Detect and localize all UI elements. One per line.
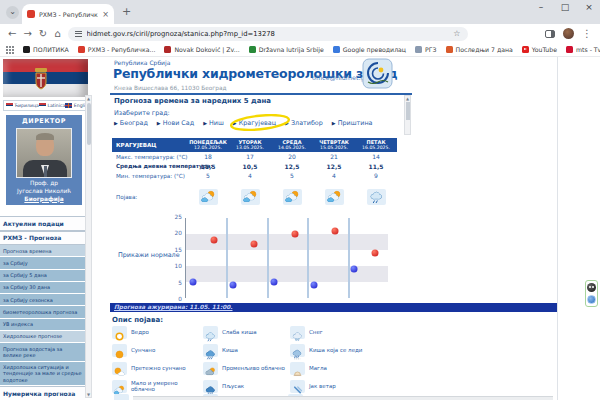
director-photo	[16, 128, 72, 178]
bookmark-item[interactable]: Novak Doković | Zv...	[164, 46, 239, 53]
scrollbar-thumb[interactable]	[87, 103, 91, 145]
sidebar-menu-item[interactable]: за Србију сезонска	[0, 294, 85, 306]
bookmark-item[interactable]: Последњи 7 дана	[446, 46, 513, 53]
sidebar-scrollbar[interactable]: ▲ ▼	[85, 95, 92, 398]
sidebar-menu-item[interactable]: Прогноза водостаја за велике реке	[0, 343, 85, 362]
city-link[interactable]: ▶ Приштина	[332, 119, 373, 127]
bookmark-favicon	[78, 46, 85, 53]
window-minimize-button[interactable]: –	[534, 2, 548, 12]
language-link[interactable]: Ћирилица	[6, 103, 39, 108]
bookmark-label: Novak Doković | Zv...	[174, 46, 239, 53]
tab-close-icon[interactable]: ×	[102, 10, 109, 19]
apps-grid-icon[interactable]	[6, 46, 14, 54]
sidebar-menu-item[interactable]: УВ индекса	[0, 319, 85, 331]
city-link[interactable]: ▶ Крагујевац	[233, 119, 276, 127]
sidebar-menu-item[interactable]: РХМЗ - Прогноза	[0, 231, 85, 246]
url-text[interactable]: hidmet.gov.rs/ciril/prognoza/stanica.php…	[87, 30, 449, 38]
sidebar-menu-item[interactable]: Актуелни подаци	[0, 216, 85, 231]
reload-icon[interactable]: ↻	[39, 29, 47, 39]
extension-dark-icon[interactable]	[587, 283, 596, 292]
avg-temp-value: 11,5	[355, 163, 397, 170]
city-link[interactable]: ▶ Нови Сад	[157, 119, 194, 127]
legend-item: Снег	[290, 325, 420, 340]
bookmark-item[interactable]: Google преводилац	[333, 46, 406, 53]
bookmark-favicon	[23, 46, 30, 53]
sidebar-menu-item[interactable]: Прогноза времена	[0, 245, 85, 257]
weather-icon	[112, 344, 127, 357]
city-arrow-icon: ▶	[285, 120, 289, 126]
back-icon[interactable]: ←	[8, 29, 16, 39]
weather-icon	[112, 380, 127, 393]
horizontal-scrollbar[interactable]	[133, 396, 553, 400]
extension-blue-icon[interactable]	[587, 295, 596, 304]
home-icon[interactable]: ⌂	[54, 29, 60, 39]
tab-title: РХМЗ - Републички Хидромет	[39, 11, 98, 18]
browser-menu-icon[interactable]: ⋮	[582, 29, 592, 39]
sidebar-menu-item[interactable]: за Србију	[0, 257, 85, 269]
header-frame-scrollbar[interactable]: ▲	[404, 95, 411, 135]
legend-label: Сунчано	[131, 347, 155, 353]
weather-icon	[203, 326, 218, 339]
extension-widget[interactable]	[585, 280, 598, 307]
sidebar-menu-item[interactable]: Нумеричка прогноза	[0, 386, 85, 400]
avg-temp-value: 10,5	[229, 163, 271, 170]
biography-link[interactable]: Биографија	[8, 196, 80, 202]
header-divider	[110, 93, 412, 95]
bookmark-favicon	[566, 46, 573, 53]
sidebar-menu: Актуелни подаци РХМЗ - Прогноза Прогноза…	[0, 216, 85, 400]
weather-icon	[112, 326, 127, 339]
legend-item: Јак ветар	[290, 379, 420, 394]
scroll-up-icon[interactable]: ▲	[86, 96, 91, 101]
side-panel-icon[interactable]	[545, 30, 555, 38]
window-close-button[interactable]: ×	[582, 2, 596, 12]
bookmark-item[interactable]: РХМЗ - Републичка...	[78, 46, 156, 53]
forecast-updated-bar: Прогноза ажурирана: 11.05. 11:00.	[110, 303, 558, 312]
legend-item: Киша	[203, 343, 290, 358]
chart-plot	[185, 218, 388, 298]
max-temp-dot	[210, 237, 217, 244]
city-arrow-icon: ▶	[332, 120, 336, 126]
profile-avatar[interactable]	[563, 28, 574, 39]
scroll-down-icon[interactable]: ▼	[86, 392, 91, 397]
city-link[interactable]: ▶ Златибор	[285, 119, 323, 127]
bookmark-item[interactable]: ПОЛИТИКА	[23, 46, 69, 53]
legend-label: Пљусак	[222, 383, 244, 389]
bookmark-star-icon[interactable]: ☆	[453, 29, 460, 38]
sidebar-menu-item[interactable]: биометеоролошка прогноза	[0, 306, 85, 318]
bookmark-item[interactable]: Državna lutrija Srbije	[249, 46, 324, 53]
address-bar[interactable]: hidmet.gov.rs/ciril/prognoza/stanica.php…	[68, 27, 468, 41]
legend-label: Променљиво облачно	[222, 365, 285, 371]
language-link[interactable]: Latinica	[39, 103, 65, 108]
forward-icon[interactable]: →	[23, 29, 31, 39]
legend-label: Ведро	[131, 329, 149, 335]
weather-icon	[325, 189, 344, 205]
weather-icon	[112, 362, 127, 375]
bookmark-item[interactable]: mts - Tvoj svet	[566, 46, 600, 53]
new-tab-button[interactable]: +	[122, 6, 131, 17]
min-temp-dot	[270, 279, 277, 286]
min-temp-value: 4	[313, 172, 355, 179]
tab-search-icon[interactable]: ⌄	[6, 6, 19, 19]
director-card: ДИРЕКТОР Проф. др Југослав Николић Биогр…	[6, 115, 82, 205]
city-link[interactable]: ▶ Ниш	[203, 119, 224, 127]
scroll-up-icon[interactable]: ▲	[405, 96, 410, 101]
sidebar-menu-item[interactable]: Хидролошке прогнозе	[0, 331, 85, 343]
city-link[interactable]: ▶ Београд	[114, 119, 148, 127]
bookmark-label: YouTube	[532, 46, 557, 53]
bookmark-item[interactable]: РГЗ	[415, 46, 436, 53]
browser-tab[interactable]: РХМЗ - Републички Хидромет ×	[22, 4, 114, 24]
sidebar-menu-item[interactable]: Хидролошка ситуација и тенденције за мал…	[0, 362, 85, 387]
site-info-icon[interactable]	[75, 31, 82, 37]
scrollbar-thumb[interactable]	[406, 102, 410, 120]
bookmark-item[interactable]: YouTube	[522, 46, 557, 53]
legend-label: Киша	[222, 347, 238, 353]
min-temp-value: 9	[355, 172, 397, 179]
avg-temp-value: 12,5	[313, 163, 355, 170]
legend-item: Ведро	[112, 325, 203, 340]
sidebar-menu-item[interactable]: за Србију 5 дана	[0, 270, 85, 282]
window-maximize-button[interactable]: □	[558, 2, 572, 12]
bookmark-favicon	[249, 46, 256, 53]
forecast-table: КРАГУЈЕВАЦ ПОНЕДЕЉАК 12.05.2025. УТОРАК …	[112, 138, 397, 210]
legend-item: Претежно сунчано	[112, 361, 203, 376]
sidebar-menu-item[interactable]: за Србију 30 дана	[0, 282, 85, 294]
